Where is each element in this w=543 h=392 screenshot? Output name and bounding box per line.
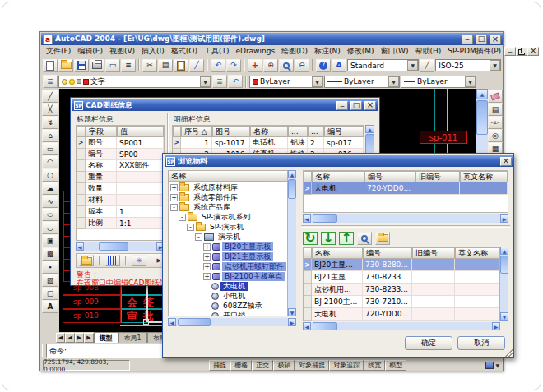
ok-button[interactable]: 确定: [405, 336, 452, 350]
tab-model[interactable]: 模型: [94, 332, 118, 343]
tab-last-button[interactable]: [84, 333, 93, 343]
text-style-dropdown[interactable]: [407, 60, 418, 71]
save-button[interactable]: [74, 59, 89, 72]
scroll-thumb[interactable]: [476, 100, 488, 135]
tree-vscrollbar[interactable]: [288, 170, 296, 316]
cad-info-title-bar[interactable]: SP CAD图纸信息: [72, 99, 378, 111]
hatch-button[interactable]: [42, 274, 58, 287]
help-button[interactable]: [316, 59, 331, 72]
column-header[interactable]: 图号: [212, 126, 250, 137]
column-header[interactable]: 旧编号: [415, 171, 460, 182]
table-row[interactable]: 编号 SP00: [77, 149, 164, 160]
scroll-thumb[interactable]: [313, 322, 337, 330]
column-header[interactable]: 字段: [86, 126, 117, 137]
communication-center-icon[interactable]: [485, 362, 494, 369]
otrack-toggle[interactable]: 对象追踪: [329, 360, 364, 371]
column-header[interactable]: 值: [117, 126, 164, 137]
browse-close-button[interactable]: [500, 157, 512, 166]
title-block-table[interactable]: 字段 值 > 图号 SP001 编号 SP00 名称 XXX部件 重量 数量: [76, 125, 165, 241]
erase-button[interactable]: [488, 90, 503, 103]
maximize-button[interactable]: [476, 35, 487, 44]
refresh-button[interactable]: [303, 232, 318, 245]
scroll-thumb[interactable]: [313, 214, 337, 223]
table-row[interactable]: 名称 XXX部件: [77, 160, 164, 172]
bottom-table-hscrollbar[interactable]: [303, 322, 500, 330]
selected-material-table[interactable]: 名称 编号 旧编号 英文名称 > 大电机 720-YDD0...: [303, 170, 508, 213]
table-row[interactable]: > 1 sp-1017 电话机 铝块 2 sp-017: [173, 137, 364, 149]
column-header[interactable]: 编号: [324, 126, 364, 137]
text-style-tool[interactable]: [332, 59, 346, 72]
tree-item[interactable]: 大电机: [169, 281, 287, 291]
tree-item[interactable]: 开口销: [169, 311, 287, 316]
scroll-thumb[interactable]: [500, 256, 508, 274]
table-row[interactable]: 比例 1:1: [77, 218, 164, 229]
scroll-up-button[interactable]: [365, 125, 374, 133]
close-button[interactable]: [490, 35, 501, 44]
add-gear-button[interactable]: [132, 255, 146, 266]
tab-layout1[interactable]: 布局1: [118, 332, 147, 343]
region-button[interactable]: [42, 287, 58, 300]
lineweight-combo[interactable]: ByLayer: [401, 76, 476, 88]
line-button[interactable]: [42, 90, 58, 103]
tab-next-button[interactable]: [75, 333, 84, 343]
menu-window[interactable]: 窗口(W): [378, 45, 412, 58]
publish-button[interactable]: [121, 59, 136, 72]
cut-button[interactable]: [142, 59, 157, 72]
column-header[interactable]: 英文名称: [460, 171, 508, 182]
tree-item[interactable]: 演示机: [169, 232, 287, 242]
tree-item[interactable]: 608ZZ轴承: [169, 301, 287, 311]
dim-style-combo[interactable]: ISO-25: [435, 59, 501, 71]
menu-edrawings[interactable]: eDrawings: [232, 46, 278, 56]
open-folder-button[interactable]: [79, 255, 94, 266]
menu-tools[interactable]: 工具(T): [201, 45, 233, 58]
top-table-hscrollbar[interactable]: [303, 214, 508, 223]
ellipse-button[interactable]: [42, 208, 58, 221]
cancel-button[interactable]: 取消: [457, 336, 505, 350]
scroll-down-button[interactable]: [500, 312, 508, 321]
polar-toggle[interactable]: 极轴: [273, 360, 295, 371]
scroll-left-button[interactable]: [303, 214, 311, 223]
menu-view[interactable]: 视图(V): [106, 45, 138, 58]
rectangle-button[interactable]: [42, 142, 58, 155]
doc-restore-button[interactable]: [516, 47, 527, 56]
circle-button[interactable]: [42, 168, 58, 182]
new-button[interactable]: [43, 59, 58, 72]
linetype-combo[interactable]: ByLayer: [324, 76, 400, 88]
tree-item[interactable]: BJ21主显示板: [169, 251, 287, 261]
table-row[interactable]: > 图号 SP001: [77, 137, 164, 149]
left-table-hscrollbar[interactable]: [76, 242, 165, 251]
scroll-right-button[interactable]: [288, 318, 296, 326]
layer-combo[interactable]: 文字: [58, 76, 211, 88]
tree-item[interactable]: BJ20主显示板: [169, 242, 287, 251]
tab-first-button[interactable]: [56, 333, 65, 343]
column-header[interactable]: 名称: [312, 171, 364, 182]
color-combo[interactable]: ByLayer: [249, 76, 323, 88]
construction-line-button[interactable]: [42, 103, 58, 116]
table-row[interactable]: > 大电机 720-YDD0...: [304, 182, 508, 195]
table-row[interactable]: > BJ20主显... 730-8280...: [304, 259, 499, 271]
copy-button[interactable]: [158, 59, 173, 72]
column-header[interactable]: 编号: [364, 171, 415, 182]
pan-realtime-button[interactable]: [248, 59, 262, 72]
import-button[interactable]: [321, 232, 336, 245]
fields-button[interactable]: [105, 255, 120, 266]
menu-sp-pdm[interactable]: SP-PDM插件(P): [444, 45, 504, 58]
cad-info-close-button[interactable]: [364, 101, 376, 110]
ellipse-arc-button[interactable]: [42, 221, 58, 234]
tree-expander-icon[interactable]: [203, 243, 211, 251]
lineweight-dropdown[interactable]: [465, 76, 476, 87]
paste-button[interactable]: [174, 59, 188, 72]
model-space-toggle[interactable]: 模型: [385, 360, 406, 371]
arc-button[interactable]: [42, 155, 58, 168]
scroll-up-button[interactable]: [288, 170, 296, 178]
tree-expander-icon[interactable]: [170, 204, 178, 211]
minimize-button[interactable]: [462, 35, 473, 44]
tree-expander-icon[interactable]: [203, 273, 211, 280]
snap-toggle[interactable]: 捕捉: [209, 360, 230, 371]
table-row[interactable]: 数量: [77, 183, 164, 195]
column-header[interactable]: ...: [308, 126, 324, 137]
tree-expander-icon[interactable]: [170, 194, 178, 201]
tree-expander-icon[interactable]: [203, 253, 211, 261]
tree-expander-icon[interactable]: [179, 214, 186, 221]
tab-prev-button[interactable]: [65, 333, 74, 343]
